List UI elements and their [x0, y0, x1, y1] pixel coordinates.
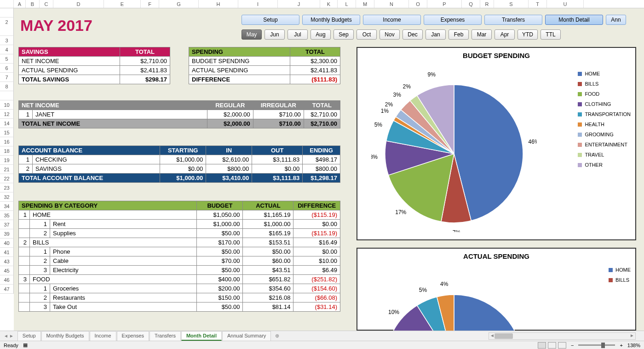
table-cell: $2,710.00	[304, 119, 340, 128]
month-button-sep[interactable]: Sep	[334, 29, 354, 40]
nav-button-ann[interactable]: Ann	[606, 15, 626, 25]
svg-text:1%: 1%	[381, 108, 389, 114]
table-cell: $50.00	[197, 302, 243, 312]
nav-button-transfers[interactable]: Transfers	[484, 15, 542, 25]
table-cell: $2,000.00	[207, 110, 253, 119]
table-cell: $800.00	[206, 164, 252, 174]
table-cell: 3	[30, 266, 50, 275]
spending-by-category-table: SPENDING BY CATEGORYBUDGETACTUALDIFFEREN…	[18, 201, 340, 312]
month-button-jan[interactable]: Jan	[426, 29, 446, 40]
svg-text:9%: 9%	[428, 71, 436, 78]
sheet-tab-monthly-budgets[interactable]: Monthly Budgets	[41, 331, 89, 341]
horizontal-scrollbar[interactable]: ◄►	[489, 332, 636, 340]
month-button-may[interactable]: May	[242, 29, 262, 40]
sheet-tab-annual-summary[interactable]: Annual Summary	[222, 331, 271, 341]
column-headers[interactable]: ABCDEFGHIJKLMNOPQRSTU	[0, 0, 644, 8]
table-header: SPENDING BY CATEGORY	[19, 201, 197, 210]
nav-button-income[interactable]: Income	[363, 15, 421, 25]
view-normal-icon[interactable]	[538, 342, 546, 349]
table-cell: $800.00	[303, 164, 340, 174]
table-cell: $400.00	[197, 275, 243, 284]
table-cell: ($115.19)	[293, 229, 340, 238]
table-cell: HOME	[30, 210, 197, 220]
table-cell: BUDGET SPENDING	[189, 57, 290, 66]
legend-item: TRANSPORTATION	[578, 111, 631, 117]
table-cell: ACTUAL SPENDING	[189, 66, 290, 75]
svg-text:8%: 8%	[371, 154, 378, 160]
month-button-feb[interactable]: Feb	[448, 29, 469, 40]
legend-item: TRAVEL	[578, 152, 631, 157]
zoom-level[interactable]: 138%	[627, 343, 640, 348]
table-cell: DIFFERENCE	[189, 75, 290, 84]
table-header: IRREGULAR	[253, 101, 304, 110]
legend-item: ENTERTAINMENT	[578, 142, 631, 147]
table-cell: $1,050.00	[197, 210, 243, 220]
table-cell: 1	[19, 155, 33, 164]
table-cell: $3,410.00	[206, 174, 252, 183]
sheet-tab-setup[interactable]: Setup	[17, 331, 41, 341]
table-cell: $10.00	[293, 256, 340, 266]
zoom-in-button[interactable]: +	[620, 343, 622, 348]
sheet-tab-transfers[interactable]: Transfers	[150, 331, 181, 341]
month-button-oct[interactable]: Oct	[356, 29, 377, 40]
table-cell: Phone	[50, 247, 197, 256]
sheet-tab-income[interactable]: Income	[90, 331, 116, 341]
zoom-slider[interactable]	[578, 344, 615, 346]
svg-text:3%: 3%	[393, 92, 402, 98]
nav-button-setup[interactable]: Setup	[242, 15, 299, 25]
table-header: REGULAR	[207, 101, 253, 110]
month-button-ttl[interactable]: TTL	[540, 29, 561, 40]
table-cell: $1,000.00	[160, 155, 206, 164]
month-button-apr[interactable]: Apr	[494, 29, 515, 40]
table-cell: Rent	[50, 220, 197, 229]
table-cell: $2,000.00	[207, 119, 253, 128]
table-cell: ($31.14)	[293, 302, 340, 312]
table-cell: $2,710.00	[304, 110, 340, 119]
table-header: OUT	[252, 146, 303, 155]
month-button-ytd[interactable]: YTD	[518, 29, 538, 40]
table-cell: ($154.60)	[293, 284, 340, 293]
month-button-mar[interactable]: Mar	[472, 29, 492, 40]
month-button-dec[interactable]: Dec	[402, 29, 423, 40]
nav-button-month-detail[interactable]: Month Detail	[545, 15, 603, 25]
month-button-nov[interactable]: Nov	[380, 29, 400, 40]
table-cell: $0.00	[160, 164, 206, 174]
table-cell: $1,165.19	[243, 210, 293, 220]
sheet-tab-month-detail[interactable]: Month Detail	[181, 331, 222, 341]
table-cell: $354.60	[243, 284, 293, 293]
month-button-jun[interactable]: Jun	[264, 29, 285, 40]
table-cell: FOOD	[30, 275, 197, 284]
table-header: ACCOUNT BALANCE	[19, 146, 160, 155]
view-page-break-icon[interactable]	[558, 342, 566, 349]
zoom-out-button[interactable]: −	[571, 343, 574, 348]
table-cell: BILLS	[30, 238, 197, 247]
svg-text:5%: 5%	[419, 287, 427, 293]
tab-nav-arrows[interactable]: ◄►	[0, 333, 17, 338]
table-cell: $1,000.00	[243, 220, 293, 229]
table-cell: 3	[30, 302, 50, 312]
legend-item: CLOTHING	[578, 101, 631, 107]
nav-button-monthly-budgets[interactable]: Monthly Budgets	[302, 15, 360, 25]
status-ready: Ready	[4, 343, 18, 348]
month-button-jul[interactable]: Jul	[288, 29, 308, 40]
add-sheet-button[interactable]: ⊕	[271, 332, 283, 340]
view-page-layout-icon[interactable]	[548, 342, 556, 349]
svg-text:4%: 4%	[440, 281, 448, 287]
actual-spending-chart: ACTUAL SPENDING 10%5%4% HOMEBILLS	[356, 248, 636, 331]
table-header: BUDGET	[197, 201, 243, 210]
month-button-aug[interactable]: Aug	[310, 29, 331, 40]
net-income-table: NET INCOMEREGULARIRREGULARTOTAL 1JANET$2…	[18, 100, 340, 128]
table-cell: $2,610.00	[206, 155, 252, 164]
macro-record-icon[interactable]: ▦	[23, 342, 28, 348]
sheet-tab-expenses[interactable]: Expenses	[117, 331, 149, 341]
table-cell	[19, 247, 30, 256]
table-cell: Restaurants	[50, 293, 197, 302]
table-cell: 1	[19, 110, 33, 119]
table-cell	[19, 256, 30, 266]
table-cell: ($115.19)	[293, 210, 340, 220]
row-headers[interactable]: 2345678101214151618192122233234353739404…	[0, 8, 14, 294]
table-cell	[19, 284, 30, 293]
table-cell: $60.00	[243, 256, 293, 266]
nav-button-expenses[interactable]: Expenses	[424, 15, 482, 25]
status-bar: Ready ▦ − + 138%	[0, 341, 644, 349]
